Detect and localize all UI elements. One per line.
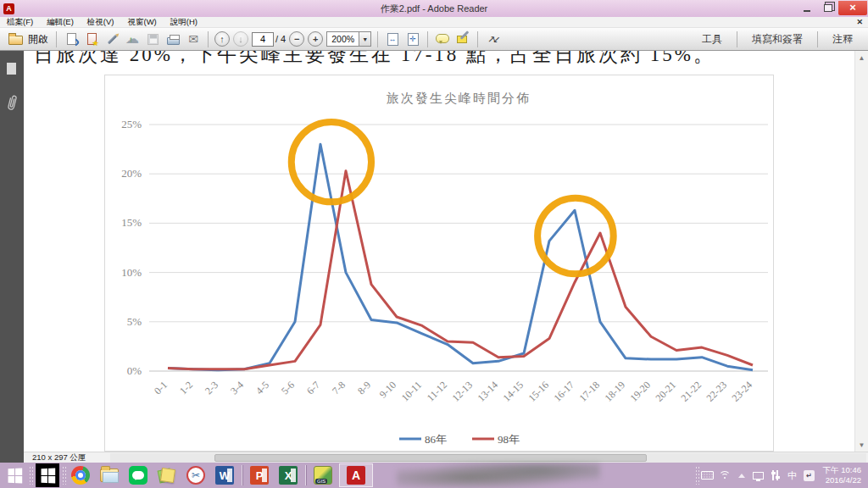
svg-text:6-7: 6-7 [304, 379, 322, 396]
attachments-paperclip-icon[interactable] [6, 93, 18, 114]
windows-taskbar: ✂ W P X GIS A 中 ↵ 下午 10:46 2016/4/22 [0, 463, 868, 488]
svg-text:14-15: 14-15 [500, 379, 526, 404]
taskbar-clock[interactable]: 下午 10:46 2016/4/22 [823, 465, 861, 485]
taskbar-line[interactable] [124, 463, 153, 488]
close-button[interactable] [838, 1, 867, 15]
vertical-scrollbar[interactable]: ▲ ▼ [854, 51, 868, 452]
share-file-button[interactable] [62, 30, 81, 48]
comment-panel-button[interactable]: 注釋 [822, 32, 863, 47]
volume-mixer-icon[interactable] [769, 463, 782, 488]
menubar-close-icon[interactable]: ✕ [856, 18, 863, 26]
zoom-level-select[interactable]: 200% ▼ [326, 31, 371, 47]
fill-sign-button[interactable] [453, 30, 472, 48]
svg-text:18-19: 18-19 [602, 379, 627, 404]
chevron-down-icon[interactable]: ▼ [359, 32, 370, 46]
svg-text:10-11: 10-11 [399, 379, 424, 403]
print-button[interactable] [164, 30, 182, 48]
svg-text:98年: 98年 [498, 433, 520, 446]
taskbar-adobe-reader-active[interactable]: A [339, 463, 373, 487]
system-tray: 中 ↵ 下午 10:46 2016/4/22 [695, 463, 868, 488]
tray-grip[interactable] [695, 466, 699, 485]
page-number-input[interactable] [252, 32, 274, 47]
fullscreen-icon: ↗↙ [487, 34, 498, 45]
page-down-icon: ↓ [238, 34, 243, 44]
taskbar-snipping-tool[interactable]: ✂ [181, 463, 210, 488]
ime-language-indicator[interactable]: 中 [786, 463, 799, 488]
svg-text:8-9: 8-9 [355, 379, 373, 396]
document-paragraph-text: 日旅次達 20%，下午尖峰主要發生在 17-18 點，占全日旅次約 15%。 [34, 51, 661, 68]
svg-text:23-24: 23-24 [729, 379, 754, 404]
fit-page-button[interactable]: ✛ [403, 30, 422, 48]
comment-balloon-icon [436, 34, 449, 43]
create-pdf-button[interactable]: ★ [82, 30, 101, 48]
zoom-in-button[interactable]: + [308, 31, 323, 47]
svg-text:旅次發生尖峰時間分佈: 旅次發生尖峰時間分佈 [386, 92, 531, 105]
title-bar: A 作業2.pdf - Adobe Reader [0, 0, 868, 17]
svg-text:2-3: 2-3 [203, 379, 220, 396]
svg-text:7-8: 7-8 [330, 379, 348, 396]
minimize-button[interactable] [796, 1, 817, 15]
restore-button[interactable] [817, 1, 838, 15]
email-button[interactable]: ✉ [184, 30, 203, 48]
svg-text:20-21: 20-21 [653, 379, 678, 404]
chart-frame: 0%5%10%15%20%25%0-11-22-33-44-55-66-77-8… [104, 75, 774, 452]
menu-file[interactable]: 檔案(F) [0, 17, 40, 28]
taskbar-chrome[interactable] [66, 463, 95, 488]
sign-button[interactable] [103, 30, 121, 48]
page-up-icon: ↑ [220, 34, 225, 44]
touch-keyboard-icon[interactable] [701, 463, 715, 488]
pdf-document-page[interactable]: 日旅次達 20%，下午尖峰主要發生在 17-18 點，占全日旅次約 15%。 0… [24, 51, 854, 452]
file-explorer-icon [100, 469, 119, 482]
taskbar-gis[interactable]: GIS [309, 463, 337, 488]
fill-sign-panel-button[interactable]: 填寫和簽署 [742, 32, 813, 47]
horizontal-scrollbar-thumb[interactable] [214, 454, 647, 462]
save-button[interactable] [143, 30, 162, 48]
clock-time: 下午 10:46 [823, 465, 861, 474]
menu-help[interactable]: 說明(H) [164, 17, 204, 28]
network-icon[interactable] [752, 463, 765, 488]
cloud-upload-button[interactable]: ☁↑ [123, 30, 142, 48]
open-button-label[interactable]: 開啟 [28, 32, 48, 47]
fit-page-icon: ✛ [408, 33, 419, 46]
menu-edit[interactable]: 編輯(E) [40, 17, 81, 28]
start-button[interactable] [0, 463, 29, 488]
menu-view[interactable]: 檢視(V) [81, 17, 121, 28]
excel-icon: X [279, 466, 298, 485]
ime-mode-box-icon[interactable]: ↵ [803, 463, 816, 488]
scroll-up-icon[interactable]: ▲ [855, 54, 868, 62]
taskbar-sticky-notes[interactable] [153, 463, 181, 488]
fit-width-button[interactable]: ↔ [383, 30, 402, 48]
zoom-level-value: 200% [327, 34, 359, 44]
taskbar-excel[interactable]: X [274, 463, 303, 488]
wallpaper-glimpse [397, 463, 600, 488]
line-app-icon [129, 466, 147, 485]
page-thumbnails-icon[interactable] [7, 63, 16, 75]
menu-window[interactable]: 視窗(W) [120, 17, 163, 28]
previous-page-button[interactable]: ↑ [214, 31, 230, 47]
start-tile-button[interactable] [33, 463, 62, 488]
powerpoint-icon: P [250, 466, 269, 485]
wifi-icon[interactable] [718, 463, 732, 488]
horizontal-scrollbar[interactable] [110, 453, 866, 463]
open-folder-icon [8, 36, 23, 45]
taskbar-powerpoint[interactable]: P [245, 463, 274, 488]
taskbar-word[interactable]: W [210, 463, 239, 488]
next-page-button[interactable]: ↓ [233, 31, 248, 47]
create-pdf-icon: ★ [87, 33, 97, 45]
svg-text:25%: 25% [121, 118, 142, 130]
svg-text:22-23: 22-23 [704, 379, 729, 404]
fullscreen-button[interactable]: ↗↙ [483, 30, 502, 48]
scroll-down-icon[interactable]: ▼ [855, 441, 868, 449]
taskbar-separator [305, 465, 306, 485]
taskbar-file-explorer[interactable] [95, 463, 124, 488]
tools-panel-button[interactable]: 工具 [692, 32, 732, 47]
zoom-out-button[interactable]: − [289, 31, 304, 47]
comment-button[interactable] [433, 30, 452, 48]
hidden-icons-chevron-icon[interactable] [735, 463, 748, 488]
status-bar: 210 x 297 公厘 ‹ [24, 452, 868, 463]
print-icon [167, 37, 180, 45]
open-button[interactable] [6, 30, 25, 48]
svg-text:0-1: 0-1 [152, 379, 170, 396]
toolbar-separator [56, 31, 57, 47]
page-size-label: 210 x 297 公厘 [32, 452, 86, 463]
